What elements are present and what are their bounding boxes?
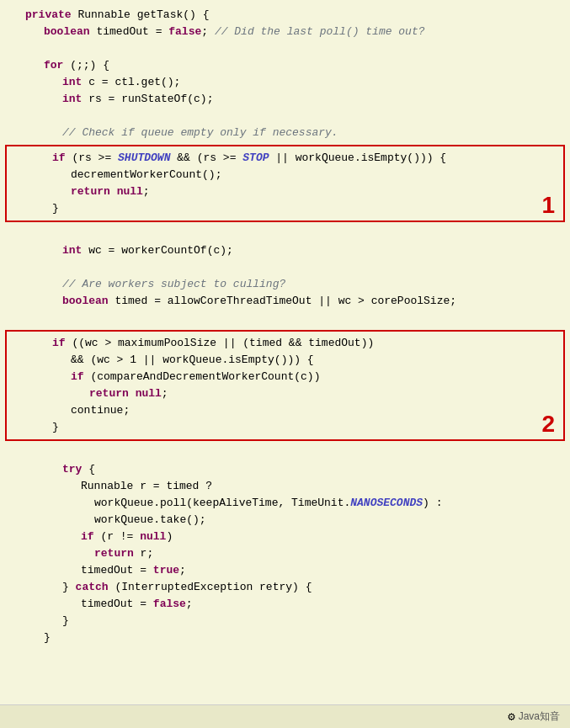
keyword: for: [44, 57, 63, 74]
keyword: int: [62, 74, 82, 91]
code-text: }: [62, 613, 69, 630]
code-line: boolean timed = allowCoreThreadTimeOut |…: [0, 293, 570, 310]
keyword: boolean: [44, 24, 96, 40]
code-line: if (rs >= SHUTDOWN && (rs >= STOP || wor…: [8, 150, 562, 167]
code-line: private Runnable getTask() {: [0, 7, 570, 24]
code-line: }: [8, 200, 562, 217]
code-line: workQueue.poll(keepAliveTime, TimeUnit.N…: [0, 495, 570, 512]
code-text: timed = allowCoreThreadTimeOut || wc > c…: [109, 293, 456, 310]
code-text: workQueue.take();: [94, 512, 206, 529]
keyword: if: [52, 335, 66, 352]
keyword: null: [117, 183, 143, 200]
code-text: rs = runStateOf(c);: [82, 91, 213, 108]
code-text: (InterruptedException retry) {: [109, 579, 312, 596]
code-text: wc = workerCountOf(c);: [82, 242, 232, 259]
keyword: return: [71, 183, 110, 200]
constant: STOP: [242, 150, 269, 167]
code-line: continue;: [8, 402, 562, 419]
code-text: continue;: [71, 402, 130, 419]
constant: NANOSECONDS: [350, 495, 423, 512]
code-text: ;: [179, 562, 186, 579]
code-line: workQueue.take();: [0, 512, 570, 529]
code-line: // Are workers subject to culling?: [0, 276, 570, 293]
code-container: private Runnable getTask() { boolean tim…: [0, 0, 570, 728]
code-line: int c = ctl.get();: [0, 74, 570, 91]
code-line: [0, 108, 570, 125]
comment: // Are workers subject to culling?: [62, 276, 285, 293]
keyword: if: [81, 529, 94, 545]
keyword: try: [62, 461, 82, 478]
code-line: [0, 226, 570, 242]
keyword: if: [71, 369, 84, 385]
keyword: true: [153, 562, 179, 579]
code-line: }: [8, 419, 562, 436]
keyword: private: [25, 7, 77, 24]
code-line: if (r != null): [0, 529, 570, 545]
code-text: ;: [201, 24, 215, 40]
code-line: // Check if queue empty only if necessar…: [0, 125, 570, 141]
code-text: || workQueue.isEmpty())) {: [269, 150, 447, 167]
code-text: (rs >=: [66, 150, 118, 167]
box-1-label: 1: [541, 192, 555, 219]
constant: SHUTDOWN: [118, 150, 170, 167]
code-text: (r !=: [94, 529, 141, 545]
code-line: && (wc > 1 || workQueue.isEmpty())) {: [8, 352, 562, 369]
highlight-box-2: if ((wc > maximumPoolSize || (timed && t…: [5, 330, 565, 441]
keyword: if: [52, 150, 66, 167]
keyword: catch: [76, 579, 109, 596]
box-2-label: 2: [541, 411, 555, 438]
code-text: ;: [186, 596, 193, 613]
code-text: r;: [134, 545, 153, 562]
code-text: ) :: [423, 495, 442, 512]
keyword: false: [153, 596, 186, 613]
code-text: ((wc > maximumPoolSize || (timed && time…: [66, 335, 375, 352]
code-line: decrementWorkerCount();: [8, 167, 562, 183]
code-text: ): [166, 529, 173, 545]
keyword: boolean: [62, 293, 109, 310]
code-text: (compareAndDecrementWorkerCount(c)): [84, 369, 321, 385]
code-text: ;: [162, 385, 168, 402]
code-line: if (compareAndDecrementWorkerCount(c)): [8, 369, 562, 385]
highlight-box-1: if (rs >= SHUTDOWN && (rs >= STOP || wor…: [5, 145, 565, 222]
code-text: timedOut =: [81, 562, 153, 579]
code-line: return r;: [0, 545, 570, 562]
code-text: workQueue.poll(keepAliveTime, TimeUnit.: [94, 495, 350, 512]
code-text: {: [82, 461, 95, 478]
code-text: ;: [143, 183, 150, 200]
code-line: if ((wc > maximumPoolSize || (timed && t…: [8, 335, 562, 352]
code-text: c = ctl.get();: [82, 74, 180, 91]
code-text: }: [62, 579, 76, 596]
gear-icon: ⚙: [508, 709, 514, 724]
code-text: && (wc > 1 || workQueue.isEmpty())) {: [71, 352, 314, 369]
code-line: [0, 444, 570, 461]
keyword: false: [168, 24, 201, 40]
keyword: int: [62, 91, 82, 108]
code-text: Runnable getTask() {: [77, 7, 209, 24]
code-line: Runnable r = timed ?: [0, 478, 570, 495]
code-text: (;;) {: [63, 57, 109, 74]
code-line: return null;: [8, 183, 562, 200]
footer-logo: Java知音: [519, 709, 560, 724]
code-line: try {: [0, 461, 570, 478]
keyword: null: [136, 385, 162, 402]
code-text: }: [52, 419, 59, 436]
code-line: [0, 310, 570, 327]
code-line: int wc = workerCountOf(c);: [0, 242, 570, 259]
code-text: Runnable r = timed ?: [81, 478, 212, 495]
code-text: timedOut =: [96, 24, 168, 40]
code-text: [110, 183, 117, 200]
code-text: timedOut =: [81, 596, 153, 613]
keyword: return: [94, 545, 134, 562]
code-text: }: [44, 630, 51, 646]
keyword: null: [140, 529, 166, 545]
code-text: decrementWorkerCount();: [71, 167, 221, 183]
code-line: [0, 40, 570, 57]
code-line: }: [0, 613, 570, 630]
code-text: && (rs >=: [170, 150, 242, 167]
code-line: [0, 259, 570, 276]
code-line: }: [0, 630, 570, 646]
code-line: for (;;) {: [0, 57, 570, 74]
code-line: timedOut = true;: [0, 562, 570, 579]
code-line: int rs = runStateOf(c);: [0, 91, 570, 108]
code-text: }: [52, 200, 59, 217]
